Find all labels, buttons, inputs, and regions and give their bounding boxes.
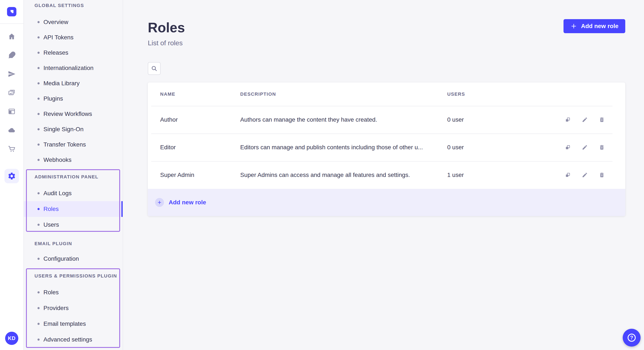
help-icon: ? [628, 334, 636, 342]
subnav-item-api-tokens[interactable]: API Tokens [24, 30, 123, 45]
cell-users: 1 user [447, 172, 564, 178]
subnav-item-label: Review Workflows [44, 111, 92, 117]
row-actions [564, 172, 605, 178]
subnav-item-label: Webhooks [44, 157, 72, 163]
subnav-section-administration-panel: ADMINISTRATION PANEL Audit Logs Roles Us… [24, 171, 123, 233]
bullet-icon [38, 36, 40, 38]
user-avatar[interactable]: KD [5, 332, 18, 345]
cell-description: Super Admins can access and manage all f… [240, 172, 447, 178]
bullet-icon [38, 339, 40, 341]
edit-icon[interactable] [582, 172, 588, 178]
settings-subnav: GLOBAL SETTINGS Overview API Tokens Rele… [24, 0, 123, 350]
subnav-item-internationalization[interactable]: Internationalization [24, 60, 123, 76]
settings-gear-icon[interactable] [4, 169, 19, 183]
subnav-item-roles-active[interactable]: Roles [24, 201, 123, 217]
bullet-icon [38, 192, 40, 194]
cell-description: Authors can manage the content they have… [240, 116, 447, 123]
bullet-icon [38, 144, 40, 146]
subnav-item-transfer-tokens[interactable]: Transfer Tokens [24, 137, 123, 152]
subnav-item-label: Overview [44, 19, 68, 25]
search-button[interactable] [148, 62, 160, 75]
marketplace-cart-icon[interactable] [6, 144, 17, 154]
subnav-item-label: Internationalization [44, 65, 94, 71]
subnav-item-label: Configuration [44, 255, 79, 262]
edit-icon[interactable] [582, 116, 588, 123]
subnav-item-webhooks[interactable]: Webhooks [24, 152, 123, 168]
edit-icon[interactable] [582, 144, 588, 151]
add-new-role-button[interactable]: Add new role [564, 19, 625, 33]
subnav-item-label: Media Library [44, 80, 80, 87]
table-header-row: NAME DESCRIPTION USERS [148, 82, 625, 106]
cell-users: 0 user [447, 144, 564, 151]
subnav-item-advanced-settings[interactable]: Advanced settings [24, 332, 123, 348]
section-label: USERS & PERMISSIONS PLUGIN [24, 270, 123, 282]
subnav-item-label: API Tokens [44, 34, 74, 41]
subnav-item-configuration[interactable]: Configuration [24, 251, 123, 267]
delete-icon[interactable] [598, 172, 605, 178]
plus-circle-icon [155, 198, 164, 207]
duplicate-icon[interactable] [564, 144, 571, 151]
deploy-paper-plane-icon[interactable] [6, 69, 17, 79]
roles-table-card: NAME DESCRIPTION USERS Author Authors ca… [148, 82, 625, 216]
logo-section [0, 0, 24, 24]
help-button[interactable]: ? [623, 329, 640, 347]
bullet-icon [38, 307, 40, 309]
duplicate-icon[interactable] [564, 116, 571, 123]
duplicate-icon[interactable] [564, 172, 571, 178]
bullet-icon [38, 21, 40, 23]
subnav-item-audit-logs[interactable]: Audit Logs [24, 185, 123, 201]
table-footer-add-role[interactable]: Add new role [148, 189, 625, 216]
cell-name: Super Admin [160, 172, 240, 178]
subnav-item-providers[interactable]: Providers [24, 300, 123, 316]
cell-name: Editor [160, 144, 240, 151]
table-row-author[interactable]: Author Authors can manage the content th… [148, 106, 625, 134]
subnav-item-label: Audit Logs [44, 190, 72, 197]
content-type-builder-icon[interactable] [6, 106, 17, 117]
plus-icon [570, 23, 577, 29]
subnav-item-label: Releases [44, 49, 68, 56]
bullet-icon [38, 82, 40, 84]
strapi-admin-app: KD GLOBAL SETTINGS Overview API Tokens R… [0, 0, 644, 350]
subnav-item-label: Transfer Tokens [44, 141, 86, 148]
main-content: Roles List of roles Add new role NAME DE… [123, 0, 644, 350]
subnav-item-up-roles[interactable]: Roles [24, 285, 123, 300]
home-icon[interactable] [6, 31, 17, 42]
table-row-editor[interactable]: Editor Editors can manage and publish co… [148, 134, 625, 161]
row-actions [564, 116, 605, 123]
bullet-icon [38, 67, 40, 69]
subnav-section-global-settings: GLOBAL SETTINGS Overview API Tokens Rele… [24, 0, 123, 168]
subnav-item-releases[interactable]: Releases [24, 45, 123, 60]
subnav-item-users[interactable]: Users [24, 217, 123, 233]
subnav-item-label: Plugins [44, 95, 63, 102]
strapi-logo[interactable] [7, 7, 16, 16]
subnav-item-media-library[interactable]: Media Library [24, 76, 123, 91]
cloud-icon[interactable] [6, 125, 17, 135]
bullet-icon [38, 52, 40, 54]
column-header-users: USERS [447, 91, 564, 97]
subnav-item-single-sign-on[interactable]: Single Sign-On [24, 122, 123, 137]
bullet-icon [38, 258, 40, 260]
delete-icon[interactable] [598, 144, 605, 151]
page-subtitle: List of roles [148, 38, 185, 48]
section-label: GLOBAL SETTINGS [24, 0, 123, 11]
subnav-item-label: Advanced settings [44, 336, 92, 343]
rail-icon-nav [0, 24, 24, 183]
table-row-super-admin[interactable]: Super Admin Super Admins can access and … [148, 161, 625, 189]
subnav-item-email-templates[interactable]: Email templates [24, 316, 123, 332]
subnav-item-overview[interactable]: Overview [24, 14, 123, 30]
subnav-item-plugins[interactable]: Plugins [24, 91, 123, 106]
column-header-name: NAME [160, 91, 240, 97]
content-manager-feather-icon[interactable] [6, 50, 17, 60]
cell-description: Editors can manage and publish contents … [240, 144, 447, 151]
subnav-item-review-workflows[interactable]: Review Workflows [24, 106, 123, 122]
bullet-icon [38, 113, 40, 115]
media-library-icon[interactable] [6, 88, 17, 98]
subnav-item-label: Email templates [44, 321, 86, 327]
section-label: ADMINISTRATION PANEL [24, 171, 123, 183]
subnav-item-label: Roles [44, 206, 59, 212]
delete-icon[interactable] [598, 116, 605, 123]
section-label: EMAIL PLUGIN [24, 238, 123, 250]
subnav-item-label: Providers [44, 305, 68, 312]
main-nav-rail: KD [0, 0, 24, 350]
strapi-logo-icon [9, 9, 14, 14]
